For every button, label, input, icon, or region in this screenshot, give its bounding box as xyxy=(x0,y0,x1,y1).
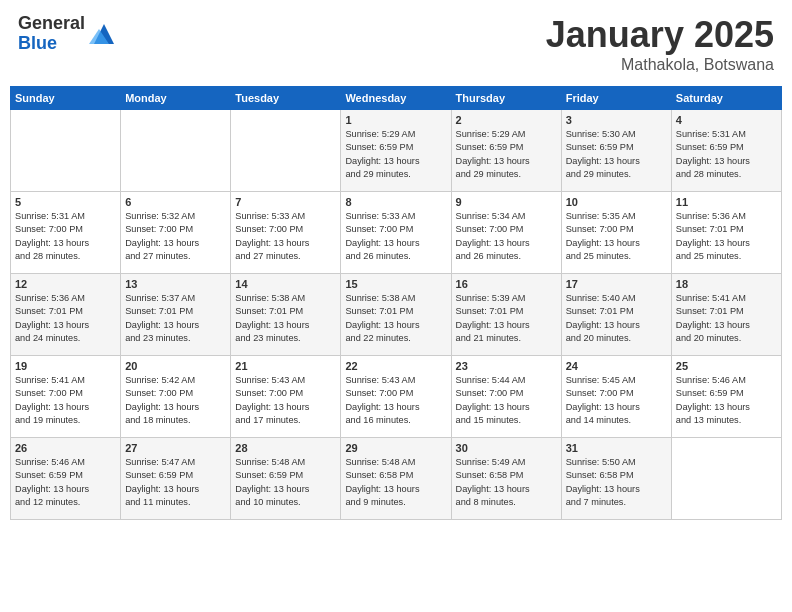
day-info: Sunrise: 5:44 AM Sunset: 7:00 PM Dayligh… xyxy=(456,374,557,427)
day-info: Sunrise: 5:37 AM Sunset: 7:01 PM Dayligh… xyxy=(125,292,226,345)
day-number: 24 xyxy=(566,360,667,372)
day-number: 17 xyxy=(566,278,667,290)
day-info: Sunrise: 5:46 AM Sunset: 6:59 PM Dayligh… xyxy=(676,374,777,427)
logo: General Blue xyxy=(18,14,119,54)
day-info: Sunrise: 5:34 AM Sunset: 7:00 PM Dayligh… xyxy=(456,210,557,263)
day-info: Sunrise: 5:49 AM Sunset: 6:58 PM Dayligh… xyxy=(456,456,557,509)
calendar-cell: 16Sunrise: 5:39 AM Sunset: 7:01 PM Dayli… xyxy=(451,274,561,356)
calendar-cell: 5Sunrise: 5:31 AM Sunset: 7:00 PM Daylig… xyxy=(11,192,121,274)
day-header-wednesday: Wednesday xyxy=(341,87,451,110)
day-info: Sunrise: 5:48 AM Sunset: 6:59 PM Dayligh… xyxy=(235,456,336,509)
day-number: 13 xyxy=(125,278,226,290)
month-year-title: January 2025 xyxy=(546,14,774,56)
day-number: 3 xyxy=(566,114,667,126)
day-number: 25 xyxy=(676,360,777,372)
day-number: 4 xyxy=(676,114,777,126)
day-number: 22 xyxy=(345,360,446,372)
calendar-cell: 18Sunrise: 5:41 AM Sunset: 7:01 PM Dayli… xyxy=(671,274,781,356)
calendar-cell: 20Sunrise: 5:42 AM Sunset: 7:00 PM Dayli… xyxy=(121,356,231,438)
day-number: 9 xyxy=(456,196,557,208)
calendar-week-row: 26Sunrise: 5:46 AM Sunset: 6:59 PM Dayli… xyxy=(11,438,782,520)
day-number: 10 xyxy=(566,196,667,208)
day-header-friday: Friday xyxy=(561,87,671,110)
calendar-cell: 7Sunrise: 5:33 AM Sunset: 7:00 PM Daylig… xyxy=(231,192,341,274)
calendar-cell: 13Sunrise: 5:37 AM Sunset: 7:01 PM Dayli… xyxy=(121,274,231,356)
calendar-cell: 31Sunrise: 5:50 AM Sunset: 6:58 PM Dayli… xyxy=(561,438,671,520)
day-header-sunday: Sunday xyxy=(11,87,121,110)
calendar-cell: 4Sunrise: 5:31 AM Sunset: 6:59 PM Daylig… xyxy=(671,110,781,192)
calendar-cell: 8Sunrise: 5:33 AM Sunset: 7:00 PM Daylig… xyxy=(341,192,451,274)
day-number: 30 xyxy=(456,442,557,454)
day-number: 21 xyxy=(235,360,336,372)
calendar-header-row: SundayMondayTuesdayWednesdayThursdayFrid… xyxy=(11,87,782,110)
calendar-cell: 2Sunrise: 5:29 AM Sunset: 6:59 PM Daylig… xyxy=(451,110,561,192)
day-info: Sunrise: 5:43 AM Sunset: 7:00 PM Dayligh… xyxy=(345,374,446,427)
calendar-cell: 3Sunrise: 5:30 AM Sunset: 6:59 PM Daylig… xyxy=(561,110,671,192)
calendar-cell: 30Sunrise: 5:49 AM Sunset: 6:58 PM Dayli… xyxy=(451,438,561,520)
calendar-cell: 1Sunrise: 5:29 AM Sunset: 6:59 PM Daylig… xyxy=(341,110,451,192)
calendar-cell: 11Sunrise: 5:36 AM Sunset: 7:01 PM Dayli… xyxy=(671,192,781,274)
day-info: Sunrise: 5:30 AM Sunset: 6:59 PM Dayligh… xyxy=(566,128,667,181)
day-number: 5 xyxy=(15,196,116,208)
calendar-cell: 10Sunrise: 5:35 AM Sunset: 7:00 PM Dayli… xyxy=(561,192,671,274)
day-info: Sunrise: 5:31 AM Sunset: 7:00 PM Dayligh… xyxy=(15,210,116,263)
title-block: January 2025 Mathakola, Botswana xyxy=(546,14,774,74)
calendar-cell: 22Sunrise: 5:43 AM Sunset: 7:00 PM Dayli… xyxy=(341,356,451,438)
day-number: 29 xyxy=(345,442,446,454)
day-info: Sunrise: 5:50 AM Sunset: 6:58 PM Dayligh… xyxy=(566,456,667,509)
calendar-cell: 23Sunrise: 5:44 AM Sunset: 7:00 PM Dayli… xyxy=(451,356,561,438)
day-number: 1 xyxy=(345,114,446,126)
day-info: Sunrise: 5:43 AM Sunset: 7:00 PM Dayligh… xyxy=(235,374,336,427)
calendar-cell xyxy=(11,110,121,192)
day-info: Sunrise: 5:29 AM Sunset: 6:59 PM Dayligh… xyxy=(345,128,446,181)
day-number: 12 xyxy=(15,278,116,290)
calendar-cell: 26Sunrise: 5:46 AM Sunset: 6:59 PM Dayli… xyxy=(11,438,121,520)
day-number: 7 xyxy=(235,196,336,208)
day-info: Sunrise: 5:41 AM Sunset: 7:00 PM Dayligh… xyxy=(15,374,116,427)
calendar-cell: 29Sunrise: 5:48 AM Sunset: 6:58 PM Dayli… xyxy=(341,438,451,520)
day-number: 8 xyxy=(345,196,446,208)
day-info: Sunrise: 5:35 AM Sunset: 7:00 PM Dayligh… xyxy=(566,210,667,263)
day-number: 2 xyxy=(456,114,557,126)
day-info: Sunrise: 5:36 AM Sunset: 7:01 PM Dayligh… xyxy=(15,292,116,345)
day-number: 19 xyxy=(15,360,116,372)
day-number: 23 xyxy=(456,360,557,372)
page-header: General Blue January 2025 Mathakola, Bot… xyxy=(10,10,782,78)
calendar-cell xyxy=(671,438,781,520)
day-number: 18 xyxy=(676,278,777,290)
day-header-thursday: Thursday xyxy=(451,87,561,110)
calendar-cell xyxy=(121,110,231,192)
day-info: Sunrise: 5:31 AM Sunset: 6:59 PM Dayligh… xyxy=(676,128,777,181)
calendar-cell: 6Sunrise: 5:32 AM Sunset: 7:00 PM Daylig… xyxy=(121,192,231,274)
day-info: Sunrise: 5:39 AM Sunset: 7:01 PM Dayligh… xyxy=(456,292,557,345)
calendar-cell: 19Sunrise: 5:41 AM Sunset: 7:00 PM Dayli… xyxy=(11,356,121,438)
day-header-saturday: Saturday xyxy=(671,87,781,110)
day-header-tuesday: Tuesday xyxy=(231,87,341,110)
day-info: Sunrise: 5:32 AM Sunset: 7:00 PM Dayligh… xyxy=(125,210,226,263)
calendar-cell: 15Sunrise: 5:38 AM Sunset: 7:01 PM Dayli… xyxy=(341,274,451,356)
day-info: Sunrise: 5:46 AM Sunset: 6:59 PM Dayligh… xyxy=(15,456,116,509)
calendar-cell: 28Sunrise: 5:48 AM Sunset: 6:59 PM Dayli… xyxy=(231,438,341,520)
calendar-cell: 21Sunrise: 5:43 AM Sunset: 7:00 PM Dayli… xyxy=(231,356,341,438)
logo-icon xyxy=(89,19,119,49)
day-info: Sunrise: 5:47 AM Sunset: 6:59 PM Dayligh… xyxy=(125,456,226,509)
calendar-cell: 17Sunrise: 5:40 AM Sunset: 7:01 PM Dayli… xyxy=(561,274,671,356)
day-number: 11 xyxy=(676,196,777,208)
day-info: Sunrise: 5:29 AM Sunset: 6:59 PM Dayligh… xyxy=(456,128,557,181)
day-info: Sunrise: 5:41 AM Sunset: 7:01 PM Dayligh… xyxy=(676,292,777,345)
day-number: 31 xyxy=(566,442,667,454)
day-info: Sunrise: 5:36 AM Sunset: 7:01 PM Dayligh… xyxy=(676,210,777,263)
logo-blue: Blue xyxy=(18,34,85,54)
logo-general: General xyxy=(18,14,85,34)
calendar-cell: 9Sunrise: 5:34 AM Sunset: 7:00 PM Daylig… xyxy=(451,192,561,274)
calendar-cell: 25Sunrise: 5:46 AM Sunset: 6:59 PM Dayli… xyxy=(671,356,781,438)
day-number: 20 xyxy=(125,360,226,372)
calendar-week-row: 12Sunrise: 5:36 AM Sunset: 7:01 PM Dayli… xyxy=(11,274,782,356)
day-number: 16 xyxy=(456,278,557,290)
calendar-cell: 14Sunrise: 5:38 AM Sunset: 7:01 PM Dayli… xyxy=(231,274,341,356)
calendar-week-row: 1Sunrise: 5:29 AM Sunset: 6:59 PM Daylig… xyxy=(11,110,782,192)
day-info: Sunrise: 5:38 AM Sunset: 7:01 PM Dayligh… xyxy=(345,292,446,345)
calendar-week-row: 19Sunrise: 5:41 AM Sunset: 7:00 PM Dayli… xyxy=(11,356,782,438)
calendar-cell: 27Sunrise: 5:47 AM Sunset: 6:59 PM Dayli… xyxy=(121,438,231,520)
calendar-cell: 24Sunrise: 5:45 AM Sunset: 7:00 PM Dayli… xyxy=(561,356,671,438)
